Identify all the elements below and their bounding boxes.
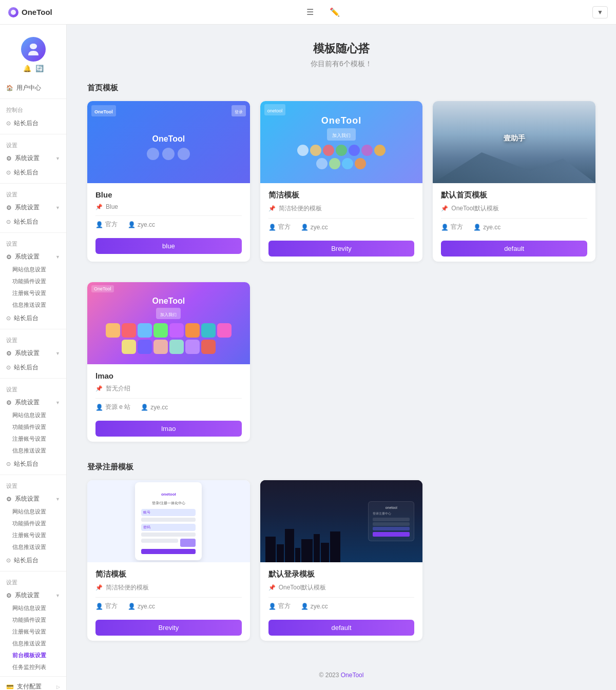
sidebar-sub-register-4[interactable]: 注册账号设置 [0,626,66,638]
card-btn-lmao[interactable]: lmao [95,421,242,437]
card-btn-login-default[interactable]: default [268,620,415,636]
card-body-brevity: 简洁模板 📌 简洁轻便的模板 👤官方 👤zye.cc Brevity [260,183,423,262]
sidebar-sub-plugin-2[interactable]: 功能插件设置 [0,421,66,433]
card-preview-login-default: onetool 登录注册中心 [260,480,423,562]
section-label-3: 设置 [0,187,66,201]
sidebar-item-admin-5[interactable]: ⊙ 站长后台 [0,360,66,375]
mountain-bg: 壹助手 [433,101,595,183]
template-card-login-brevity: onetool 登录/注册一体化中心 账号 密码 [87,480,250,641]
sidebar-sub-plugin-1[interactable]: 功能插件设置 [0,275,66,287]
sidebar-sub-register-2[interactable]: 注册账号设置 [0,433,66,445]
card-preview-login-brevity: onetool 登录/注册一体化中心 账号 密码 [87,480,250,562]
divider-1 [0,98,66,99]
card-btn-brevity[interactable]: Brevity [268,241,415,257]
main-content: 模板随心搭 你目前有6个模板！ 首页模板 OneTool 登录 OneTool [67,25,616,690]
sidebar-sub-website-info-3[interactable]: 网站信息设置 [0,506,66,518]
card-meta-lmao: 👤资源 e 站 👤zye.cc [95,398,242,416]
card-preview-brevity: onetool OneTool 加入我们 [260,101,423,183]
sidebar: 🔔🔄 🏠 用户中心 控制台 ⊙ 站长后台 设置 ⚙系统设置 ▼ ⊙ 站长后台 设… [0,25,67,690]
login-templates-grid: onetool 登录/注册一体化中心 账号 密码 [87,480,595,641]
card-name-blue: Blue [95,190,242,199]
sidebar-item-admin-4[interactable]: ⊙ 站长后台 [0,311,66,326]
sidebar-sub-website-info-1[interactable]: 网站信息设置 [0,264,66,275]
card-desc-lmao: 📌 暂无介绍 [95,384,242,393]
sidebar-item-admin-7[interactable]: ⊙ 站长后台 [0,553,66,568]
section-label-2: 设置 [0,137,66,151]
sidebar-sub-register-1[interactable]: 注册账号设置 [0,287,66,299]
sidebar-sub-template[interactable]: 前台模板设置 [0,649,66,661]
divider-2 [0,134,66,134]
divider-9 [0,676,66,677]
sidebar-sub-plugin-4[interactable]: 功能插件设置 [0,614,66,626]
card-body-login-brevity: 简洁模板 📌 简洁轻便的模板 👤官方 👤zye.cc Brevity [87,562,250,641]
sidebar-item-settings-2[interactable]: ⚙系统设置 ▼ [0,201,66,214]
logo-text: OneTool [22,8,52,16]
topbar-center: ☰ ✏️ [52,4,592,21]
topbar-right: ▼ [592,6,608,18]
card-btn-default[interactable]: default [441,241,587,257]
card-name-lmao: lmao [95,371,242,380]
sidebar-item-admin-2[interactable]: ⊙ 站长后台 [0,165,66,180]
svg-point-0 [11,10,16,15]
template-card-blue: OneTool 登录 OneTool Blue [87,101,250,262]
sidebar-sub-push-3[interactable]: 信息推送设置 [0,541,66,553]
sidebar-item-settings-3[interactable]: ⚙系统设置 ▼ [0,250,66,264]
card-preview-blue: OneTool 登录 OneTool [87,101,250,183]
sidebar-item-settings-7[interactable]: ⚙系统设置 ▼ [0,588,66,602]
divider-6 [0,378,66,379]
edit-button[interactable]: ✏️ [326,4,343,21]
card-preview-default: 壹助手 [433,101,595,183]
template-card-brevity: onetool OneTool 加入我们 [260,101,423,262]
template-card-default-home: 壹助手 默认首页模板 📌 OneTool默认模板 👤官方 👤zye.cc def… [433,101,595,262]
sidebar-sub-website-info-4[interactable]: 网站信息设置 [0,602,66,614]
home-templates-row2: OneTool OneTool 加入我们 [87,282,595,442]
sidebar-item-settings-1[interactable]: ⚙系统设置 ▼ [0,151,66,165]
sidebar-sub-push-2[interactable]: 信息推送设置 [0,445,66,457]
sidebar-sub-task-monitor[interactable]: 任务监控列表 [0,661,66,673]
card-name-login-default: 默认登录模板 [268,569,415,579]
footer: © 2023 OneTool [87,661,595,689]
sidebar-sub-register-3[interactable]: 注册账号设置 [0,529,66,541]
page-subtitle: 你目前有6个模板！ [87,60,595,69]
card-desc-blue: 📌 Blue [95,203,242,210]
card-meta-blue: 👤官方 👤zye.cc [95,215,242,233]
sidebar-item-user-center[interactable]: 🏠 用户中心 [0,81,66,95]
sidebar-sub-website-info-2[interactable]: 网站信息设置 [0,409,66,421]
sidebar-sub-push-4[interactable]: 信息推送设置 [0,638,66,649]
card-desc-default: 📌 OneTool默认模板 [441,204,587,213]
card-meta-login-default: 👤官方 👤zye.cc [268,597,415,615]
card-body-lmao: lmao 📌 暂无介绍 👤资源 e 站 👤zye.cc lmao [87,364,250,442]
divider-7 [0,475,66,475]
section-label-7: 设置 [0,478,66,492]
card-name-login-brevity: 简洁模板 [95,569,242,579]
card-name-brevity: 简洁模板 [268,190,415,200]
sidebar-item-settings-4[interactable]: ⚙系统设置 ▼ [0,346,66,360]
sidebar-item-admin-1[interactable]: ⊙ 站长后台 [0,116,66,131]
divider-4 [0,232,66,233]
sidebar-item-payment[interactable]: 💳支付配置 ▷ [0,680,66,690]
login-form-mock-brevity: onetool 登录/注册一体化中心 账号 密码 [135,482,202,560]
sidebar-item-admin-3[interactable]: ⊙ 站长后台 [0,214,66,229]
section-label-5: 设置 [0,332,66,346]
card-body-blue: Blue 📌 Blue 👤官方 👤zye.cc blue [87,183,250,259]
sidebar-sub-push-1[interactable]: 信息推送设置 [0,299,66,311]
menu-button[interactable]: ☰ [302,4,318,21]
sidebar-item-settings-6[interactable]: ⚙系统设置 ▼ [0,492,66,506]
section-label-6: 设置 [0,382,66,396]
sidebar-item-settings-5[interactable]: ⚙系统设置 ▼ [0,396,66,409]
mountain-text: 壹助手 [504,134,525,143]
section-label-1: 控制台 [0,102,66,116]
footer-link[interactable]: OneTool [341,672,364,679]
sidebar-sub-plugin-3[interactable]: 功能插件设置 [0,518,66,529]
card-meta-login-brevity: 👤官方 👤zye.cc [95,597,242,615]
card-btn-blue[interactable]: blue [95,238,242,254]
section-title-home: 首页模板 [87,83,595,93]
dropdown-button[interactable]: ▼ [592,6,608,18]
sidebar-item-admin-6[interactable]: ⊙ 站长后台 [0,457,66,471]
layout: 🔔🔄 🏠 用户中心 控制台 ⊙ 站长后台 设置 ⚙系统设置 ▼ ⊙ 站长后台 设… [0,25,616,690]
page-title: 模板随心搭 [87,41,595,56]
card-btn-login-brevity[interactable]: Brevity [95,620,242,636]
section-label-8: 设置 [0,575,66,588]
card-desc-login-brevity: 📌 简洁轻便的模板 [95,583,242,592]
card-desc-login-default: 📌 OneTool默认模板 [268,583,415,592]
